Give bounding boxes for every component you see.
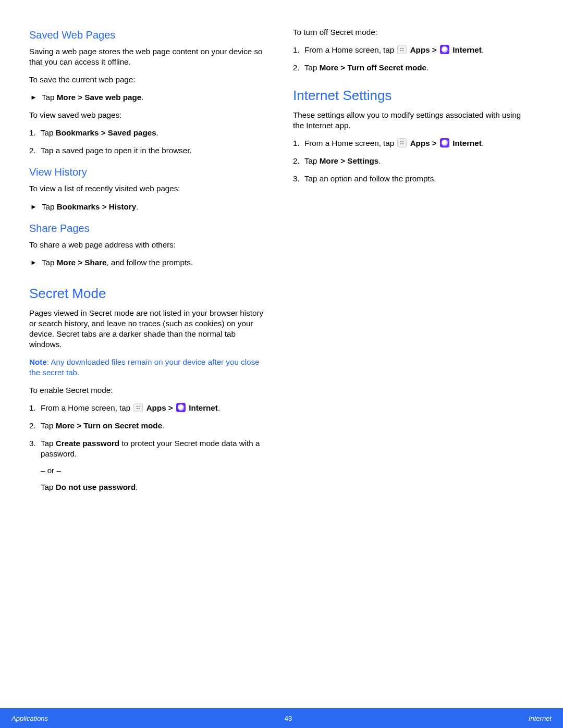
ordered-list: 1. From a Home screen, tap Apps > Intern… xyxy=(29,403,270,492)
list-item: 1.Tap Bookmarks > Saved pages. xyxy=(29,128,270,138)
list-number: 3. xyxy=(29,438,41,449)
list-text: Tap an option and follow the prompts. xyxy=(304,174,534,184)
text: Tap xyxy=(41,128,56,137)
text: Tap xyxy=(42,93,57,102)
bullet-item: ► Tap More > Share, and follow the promp… xyxy=(29,257,270,268)
list-number: 1. xyxy=(293,45,304,55)
list-item: 2. Tap More > Turn on Secret mode. xyxy=(29,421,270,431)
internet-icon xyxy=(176,403,186,412)
left-column: Saved Web Pages Saving a web page stores… xyxy=(29,27,270,500)
body-text: To view saved web pages: xyxy=(29,110,270,120)
text: Tap xyxy=(41,483,56,491)
text: Tap xyxy=(304,156,320,165)
bullet-item: ► Tap More > Save web page. xyxy=(29,92,270,103)
heading-secret-mode: Secret Mode xyxy=(29,286,270,302)
bold-text: More > Turn off Secret mode xyxy=(320,63,426,72)
list-item: 2.Tap a saved page to open it in the bro… xyxy=(29,145,270,156)
text: From a Home screen, tap xyxy=(304,139,396,147)
bold-text: More > Turn on Secret mode xyxy=(56,421,162,430)
heading-saved-web-pages: Saved Web Pages xyxy=(29,29,270,41)
bold-text: Apps xyxy=(410,139,430,147)
bold-text: Internet xyxy=(189,403,218,412)
manual-page: Saved Web Pages Saving a web page stores… xyxy=(0,0,563,728)
page-footer: Applications 43 Internet xyxy=(0,708,563,728)
list-text: Tap Bookmarks > Saved pages. xyxy=(41,128,270,138)
text: From a Home screen, tap xyxy=(41,403,132,412)
body-text: Saving a web page stores the web page co… xyxy=(29,46,270,67)
text: Tap xyxy=(42,258,57,267)
body-text: To share a web page address with others: xyxy=(29,240,270,250)
bullet-text: Tap Bookmarks > History. xyxy=(42,202,138,212)
list-item: 3. Tap an option and follow the prompts. xyxy=(293,174,534,184)
list-number: 1. xyxy=(29,128,41,138)
text: : Any downloaded files remain on your de… xyxy=(29,357,260,377)
list-text: Tap Create password to protect your Secr… xyxy=(41,438,270,492)
apps-icon xyxy=(397,138,407,147)
bold-text: More > Share xyxy=(57,258,107,267)
or-text: – or – xyxy=(41,465,270,476)
bullet-item: ► Tap Bookmarks > History. xyxy=(29,202,270,212)
text: From a Home screen, tap xyxy=(304,45,396,54)
bold-text: Create password xyxy=(56,439,119,448)
list-text: Tap More > Turn on Secret mode. xyxy=(41,421,270,431)
list-item: 2. Tap More > Settings. xyxy=(293,156,534,166)
list-text: From a Home screen, tap Apps > Internet. xyxy=(304,138,534,149)
bold-text: > xyxy=(166,403,175,412)
bold-text: Apps xyxy=(146,403,166,412)
list-text: From a Home screen, tap Apps > Internet. xyxy=(41,403,270,413)
list-text: Tap More > Settings. xyxy=(304,156,534,166)
list-text: From a Home screen, tap Apps > Internet. xyxy=(304,45,534,55)
list-item: 1. From a Home screen, tap Apps > Intern… xyxy=(293,138,534,149)
body-text: To save the current web page: xyxy=(29,75,270,85)
list-number: 1. xyxy=(29,403,41,413)
bold-text: Do not use password xyxy=(56,483,136,491)
two-column-layout: Saved Web Pages Saving a web page stores… xyxy=(29,27,534,500)
play-arrow-icon: ► xyxy=(30,202,42,211)
bold-text: > xyxy=(430,139,439,147)
bold-text: Internet xyxy=(452,45,482,54)
ordered-list: 1. From a Home screen, tap Apps > Intern… xyxy=(293,45,534,73)
list-number: 2. xyxy=(293,156,304,166)
bold-text: More > Settings xyxy=(320,156,379,165)
list-number: 2. xyxy=(29,145,41,156)
list-text: Tap a saved page to open it in the brows… xyxy=(41,145,270,156)
heading-internet-settings: Internet Settings xyxy=(293,88,534,104)
apps-icon xyxy=(133,403,143,412)
ordered-list: 1.Tap Bookmarks > Saved pages. 2.Tap a s… xyxy=(29,128,270,156)
internet-icon xyxy=(440,45,449,54)
body-text: To turn off Secret mode: xyxy=(293,27,534,38)
text: Tap xyxy=(42,202,57,211)
list-number: 1. xyxy=(293,138,304,149)
play-arrow-icon: ► xyxy=(30,92,42,102)
ordered-list: 1. From a Home screen, tap Apps > Intern… xyxy=(293,138,534,184)
text: Tap xyxy=(41,421,56,430)
footer-page-number: 43 xyxy=(285,714,292,722)
list-item: 3. Tap Create password to protect your S… xyxy=(29,438,270,492)
body-text: To view a list of recently visited web p… xyxy=(29,183,270,194)
bold-text: Internet xyxy=(452,139,482,147)
bullet-text: Tap More > Save web page. xyxy=(42,92,143,103)
bold-text: Apps xyxy=(410,45,430,54)
bold-text: > xyxy=(430,45,439,54)
list-number: 2. xyxy=(29,421,41,431)
footer-right: Internet xyxy=(529,714,552,722)
bold-text: Bookmarks > History xyxy=(57,202,136,211)
play-arrow-icon: ► xyxy=(30,257,42,267)
bold-text: Note xyxy=(29,357,47,366)
list-number: 3. xyxy=(293,174,304,184)
list-item: 1. From a Home screen, tap Apps > Intern… xyxy=(293,45,534,55)
text: Tap xyxy=(304,63,320,72)
body-text: To enable Secret mode: xyxy=(29,385,270,396)
alt-text: Tap Do not use password. xyxy=(41,482,270,492)
apps-icon xyxy=(397,45,407,54)
footer-left: Applications xyxy=(11,714,48,722)
note-text: Note: Any downloaded files remain on you… xyxy=(29,357,270,378)
list-item: 1. From a Home screen, tap Apps > Intern… xyxy=(29,403,270,413)
text: Tap xyxy=(41,439,56,448)
heading-view-history: View History xyxy=(29,166,270,178)
bold-text: More > Save web page xyxy=(57,93,142,102)
right-column: To turn off Secret mode: 1. From a Home … xyxy=(293,27,534,500)
list-text: Tap More > Turn off Secret mode. xyxy=(304,63,534,73)
bullet-text: Tap More > Share, and follow the prompts… xyxy=(42,257,193,268)
body-text: These settings allow you to modify setti… xyxy=(293,110,534,131)
